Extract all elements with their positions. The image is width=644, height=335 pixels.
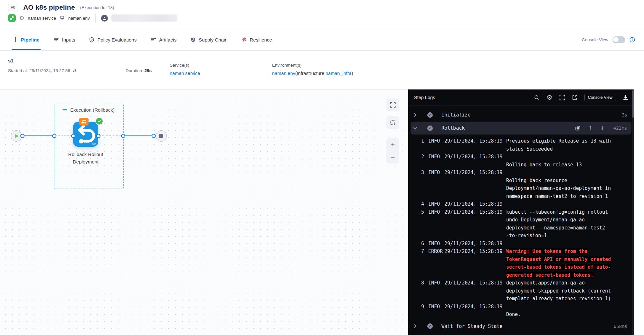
tab-artifacts[interactable]: Artifacts xyxy=(151,29,176,50)
rollout-badge-icon xyxy=(79,118,89,126)
environment-link[interactable]: naman env xyxy=(272,71,295,76)
user-avatar-icon xyxy=(101,15,108,22)
console-view-button[interactable]: Console View xyxy=(584,94,616,101)
scroll-down-icon[interactable]: ↓ xyxy=(600,125,604,131)
environments-label: Environment(s) xyxy=(272,63,353,68)
zoom-controls: + − xyxy=(386,138,399,163)
dashed-connector xyxy=(99,135,121,136)
tab-policy-evaluations[interactable]: Policy Evaluations xyxy=(89,29,137,50)
log-entry: 7ERROR29/11/2024, 15:28:19Warning: Use t… xyxy=(408,247,634,279)
connector-port xyxy=(52,134,56,138)
environment-name: naman env xyxy=(68,16,90,21)
chevron-down-icon[interactable] xyxy=(413,126,421,130)
stage-name: s1 xyxy=(8,58,14,63)
section-name: Initialize xyxy=(441,112,470,118)
pipeline-execution-page: v0 AO k8s pipeline (Execution Id: 18) ⚙ … xyxy=(0,0,644,335)
service-name: naman service xyxy=(28,16,56,21)
log-scrollbar[interactable] xyxy=(632,89,634,335)
stage-duration: Duration: 29s xyxy=(126,68,152,73)
gear-icon: ⚙ xyxy=(19,15,24,21)
connector-port xyxy=(71,134,75,138)
section-duration: 3s xyxy=(622,112,627,117)
fullscreen-canvas-button[interactable] xyxy=(386,98,399,111)
artifacts-tab-icon xyxy=(151,37,156,42)
pipeline-tab-icon xyxy=(13,37,18,42)
section-name: Wait for Steady State xyxy=(441,323,503,329)
section-duration: 658ms xyxy=(614,324,627,329)
log-entry: 2INFO29/11/2024, 15:28:19 Rolling back t… xyxy=(408,153,634,169)
step-logs-header: Step Logs ⚙ Console View xyxy=(408,89,634,106)
tab-pipeline[interactable]: Pipeline xyxy=(13,29,40,50)
tab-label: Pipeline xyxy=(21,37,40,42)
section-duration: 422ms xyxy=(613,126,627,131)
log-entry: 6INFO29/11/2024, 15:28:19 xyxy=(408,240,634,248)
step-node-label: Rollback Rollout Deployment xyxy=(58,151,113,166)
log-entry: 1INFO29/11/2024, 15:28:19Previous eligib… xyxy=(408,137,634,153)
stage-summary-bar: s1 Started at: 29/11/2024, 15:27:56 ↺ Du… xyxy=(0,51,644,89)
tab-label: Supply Chain xyxy=(199,37,227,42)
step-logs-panel: Step Logs ⚙ Console View xyxy=(408,89,634,335)
success-check-icon: ✓ xyxy=(427,323,433,329)
log-lines: 1INFO29/11/2024, 15:28:19Previous eligib… xyxy=(408,135,634,320)
success-check-badge xyxy=(95,117,103,125)
download-logs-icon[interactable] xyxy=(623,95,629,100)
supply-chain-shield-icon xyxy=(191,37,196,42)
resilience-pinwheel-icon xyxy=(242,37,247,42)
page-header: v0 AO k8s pipeline (Execution Id: 18) ⚙ … xyxy=(0,0,644,29)
inputs-tab-icon xyxy=(54,37,59,42)
log-entry: 4INFO29/11/2024, 15:28:19 xyxy=(408,200,634,208)
divider xyxy=(95,14,96,23)
pipeline-canvas[interactable]: Execution (Rollback) </> Rollback Rollou… xyxy=(0,89,408,335)
tab-resilience[interactable]: Resilience xyxy=(242,29,272,50)
execution-id: (Execution Id: 18) xyxy=(80,5,114,10)
expand-logs-icon[interactable] xyxy=(559,95,565,100)
collapse-group-icon[interactable] xyxy=(62,109,67,111)
open-in-new-icon[interactable] xyxy=(572,95,578,100)
chevron-right-icon[interactable] xyxy=(413,324,421,328)
play-icon xyxy=(15,134,19,138)
tab-label: Artifacts xyxy=(159,37,176,42)
policy-shield-icon xyxy=(89,37,94,42)
stage-started: Started at: 29/11/2024, 15:27:56 ↺ xyxy=(8,68,76,73)
connector-port xyxy=(20,134,24,138)
pipeline-title: AO k8s pipeline xyxy=(23,4,75,11)
tab-inputs[interactable]: Inputs xyxy=(54,29,75,50)
chevron-right-icon[interactable] xyxy=(413,113,421,117)
code-glyph: </> xyxy=(92,142,96,145)
stop-icon xyxy=(159,134,163,138)
infrastructure-link[interactable]: naman_infra xyxy=(326,71,352,76)
marquee-select-button[interactable] xyxy=(386,116,399,129)
zoom-out-button[interactable]: − xyxy=(391,154,395,161)
tab-supply-chain[interactable]: Supply Chain xyxy=(191,29,227,50)
scroll-up-icon[interactable]: ↑ xyxy=(588,125,592,131)
step-logs-title: Step Logs xyxy=(414,95,435,100)
console-view-toggle[interactable] xyxy=(612,36,625,43)
log-settings-gear-icon[interactable]: ⚙ xyxy=(546,94,553,101)
log-entry: 3INFO29/11/2024, 15:28:19 Rolling back r… xyxy=(408,169,634,200)
success-check-icon: ✓ xyxy=(427,126,433,131)
search-icon[interactable] xyxy=(534,95,540,100)
connector-line xyxy=(124,135,153,136)
infra-suffix: ) xyxy=(352,71,353,76)
log-section-wait-for-steady-state[interactable]: ✓ Wait for Steady State 658ms xyxy=(408,320,634,333)
divider xyxy=(163,60,163,81)
redacted-user-email xyxy=(111,14,177,22)
tab-label: Inputs xyxy=(62,37,75,42)
service-link[interactable]: naman service xyxy=(170,71,200,76)
zoom-in-button[interactable]: + xyxy=(391,141,395,148)
execution-group-label: Execution (Rollback) xyxy=(70,107,115,113)
log-entry: 8INFO29/11/2024, 15:28:19deployment.apps… xyxy=(408,279,634,303)
history-icon[interactable]: ↺ xyxy=(72,68,77,73)
log-section-rollback[interactable]: ✓ Rollback ↑ ↓ 422ms xyxy=(411,122,631,135)
connector-line xyxy=(21,135,54,136)
log-entry: 9INFO29/11/2024, 15:28:19 Done. xyxy=(408,303,634,319)
section-name: Rollback xyxy=(441,125,465,131)
services-label: Service(s) xyxy=(170,63,200,68)
tab-bar: Pipeline Inputs Policy Evaluations Artif… xyxy=(0,29,644,51)
end-node xyxy=(156,130,167,142)
tab-label: Policy Evaluations xyxy=(97,37,137,42)
log-section-initialize[interactable]: ✓ Initialize 3s xyxy=(408,108,634,121)
console-view-label: Console View xyxy=(582,37,608,42)
copy-logs-icon[interactable] xyxy=(575,126,580,131)
info-icon[interactable] xyxy=(630,37,635,42)
